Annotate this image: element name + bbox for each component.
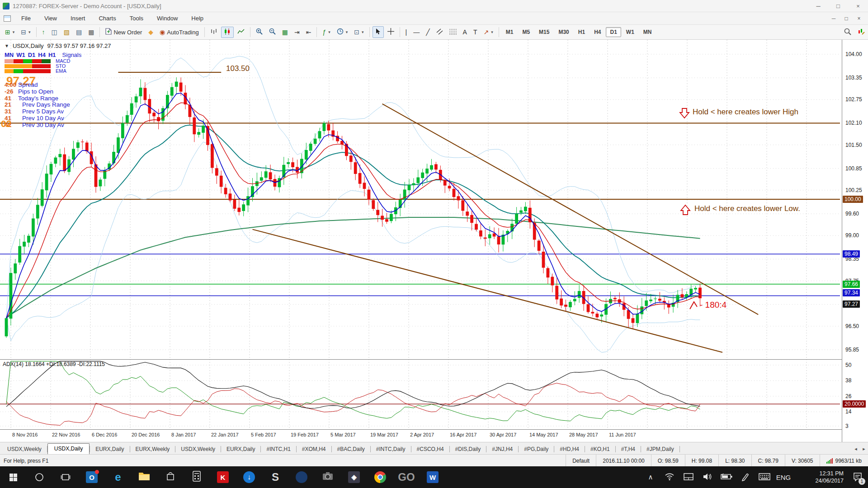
timeframe-m5-button[interactable]: M5	[518, 27, 534, 37]
taskbar-app-edge[interactable]: e	[105, 466, 131, 488]
tile-windows-button[interactable]: ▦	[279, 27, 291, 37]
minimize-button[interactable]: ─	[808, 0, 828, 11]
menu-insert[interactable]: Insert	[64, 13, 92, 23]
annotation-measure[interactable]: - 180:4	[700, 300, 726, 310]
new-order-button[interactable]: New Order	[103, 26, 145, 38]
timeframe-m1-button[interactable]: M1	[502, 27, 518, 37]
tab--csco-h4[interactable]: #CSCO,H4	[411, 444, 449, 455]
indicators-button[interactable]: ƒ▾	[320, 27, 333, 37]
profiles-button[interactable]: ⊟▾	[18, 27, 33, 37]
main-chart[interactable]	[0, 40, 842, 359]
periods-button[interactable]: ▾	[334, 26, 351, 38]
menu-tools[interactable]: Tools	[123, 13, 150, 23]
wifi-button[interactable]	[660, 466, 679, 488]
menu-view[interactable]: View	[38, 13, 64, 23]
crosshair-button[interactable]	[385, 26, 397, 38]
touch-keyboard-button[interactable]	[755, 466, 774, 488]
close-button[interactable]: ×	[848, 0, 868, 11]
timeframe-w1-button[interactable]: W1	[622, 27, 638, 37]
pane-separator[interactable]	[0, 359, 842, 360]
annotation-lower-low[interactable]: Hold < here creates lower Low.	[694, 204, 800, 213]
chart-line-button[interactable]	[235, 27, 247, 38]
taskbar-app-app-blue-arrow[interactable]: ↓	[236, 466, 262, 488]
child-minimize-button[interactable]: ─	[827, 14, 840, 23]
taskbar-app-file-explorer[interactable]	[131, 466, 157, 488]
cursor-button[interactable]	[373, 26, 384, 38]
tab--intc-daily[interactable]: #INTC,Daily	[371, 444, 411, 455]
tab--xom-h4[interactable]: #XOM,H4	[297, 444, 331, 455]
strategy-tester-button[interactable]: ▩	[85, 27, 97, 37]
action-center-button[interactable]: 1	[847, 466, 868, 488]
taskbar-app-camera-app[interactable]	[315, 466, 341, 488]
trendline-button[interactable]: ╱	[423, 27, 432, 37]
taskbar-app-app-k[interactable]: K	[210, 466, 236, 488]
tab-usdx-weekly[interactable]: USDX,Weekly	[2, 444, 47, 455]
timeframe-m30-button[interactable]: M30	[554, 27, 573, 37]
tab--dis-daily[interactable]: #DIS,Daily	[450, 444, 486, 455]
tab--intc-h1[interactable]: #INTC,H1	[261, 444, 296, 455]
adx-pane[interactable]	[0, 359, 842, 429]
tab--jnj-h4[interactable]: #JNJ,H4	[486, 444, 518, 455]
taskbar-app-app-go[interactable]: GO	[393, 466, 420, 488]
tab-eurx-daily[interactable]: EURX,Daily	[221, 444, 260, 455]
taskbar-app-app-s[interactable]: S	[262, 466, 288, 488]
timeframe-m15-button[interactable]: M15	[535, 27, 553, 37]
tab--bac-daily[interactable]: #BAC,Daily	[332, 444, 370, 455]
zoom-out-button[interactable]	[266, 26, 278, 38]
symbol-dropdown-icon[interactable]: ▼	[5, 43, 9, 48]
timeframe-h1-button[interactable]: H1	[574, 27, 589, 37]
terminal-button[interactable]: ▤	[73, 27, 85, 37]
taskbar-app-app-thunderbird[interactable]	[288, 466, 315, 488]
arrows-button[interactable]: ↗▾	[481, 27, 495, 37]
vertical-line-button[interactable]: |	[403, 27, 410, 37]
tab-eurx-weekly[interactable]: EURX,Weekly	[130, 444, 175, 455]
text-button[interactable]: A	[460, 27, 470, 37]
start-button[interactable]	[0, 466, 26, 488]
menu-help[interactable]: Help	[184, 13, 210, 23]
menu-window[interactable]: Window	[150, 13, 184, 23]
annotation-lower-high[interactable]: Hold < here creates lower High	[693, 108, 798, 117]
taskbar-app-app-photos[interactable]: ◈	[341, 466, 367, 488]
taskbar-app-chrome[interactable]	[367, 466, 393, 488]
new-chart-button[interactable]: ⊞▾	[2, 27, 17, 37]
navigator-button[interactable]: ▧	[61, 27, 72, 37]
child-restore-button[interactable]: □	[840, 14, 853, 23]
channel-button[interactable]	[434, 27, 446, 38]
taskbar-clock[interactable]: 12:31 PM24/06/2017	[793, 466, 847, 488]
menu-file[interactable]: File	[14, 13, 38, 23]
autotrading-button[interactable]: ◉AutoTrading	[157, 27, 202, 38]
taskbar-app-outlook[interactable]: O	[79, 466, 105, 488]
chart-candles-button[interactable]	[221, 27, 234, 38]
market-watch-button[interactable]: ↑	[39, 27, 48, 37]
volume-button[interactable]	[698, 466, 717, 488]
fibonacci-button[interactable]	[447, 27, 459, 38]
tab--hd-h4[interactable]: #HD,H4	[554, 444, 585, 455]
tab-usdx-weekly[interactable]: USDX,Weekly	[175, 444, 221, 455]
templates-button[interactable]: ⊡▾	[351, 27, 366, 37]
data-window-button[interactable]: ◫	[49, 27, 60, 37]
taskbar-app-word[interactable]: W	[420, 466, 446, 488]
chart-bars-button[interactable]	[208, 27, 220, 38]
tab-scroll-left-button[interactable]: ◂	[852, 446, 860, 455]
chart-shift-button[interactable]: ⇤	[303, 27, 314, 37]
tab-eurx-daily[interactable]: EURX,Daily	[90, 444, 129, 455]
annotation-103-50[interactable]: 103.50	[226, 64, 250, 73]
taskbar-app-calculator[interactable]	[184, 466, 210, 488]
child-close-button[interactable]: ×	[853, 14, 865, 23]
timeframe-d1-button[interactable]: D1	[606, 27, 621, 37]
tab--jpm-daily[interactable]: #JPM,Daily	[641, 444, 679, 455]
timeframe-mn-button[interactable]: MN	[639, 27, 656, 37]
tab--ko-h1[interactable]: #KO,H1	[585, 444, 615, 455]
tab--t-h4[interactable]: #T,H4	[616, 444, 641, 455]
tab-usdx-daily[interactable]: USDX,Daily	[47, 443, 90, 455]
search-button[interactable]	[841, 26, 854, 38]
chart-edit-button[interactable]	[855, 26, 868, 38]
language-indicator-button[interactable]: ENG	[774, 466, 793, 488]
tab-scroll-right-button[interactable]: ▸	[860, 446, 868, 455]
price-axis[interactable]: 104.00103.35102.75102.10101.50100.85100.…	[842, 40, 868, 442]
pen-button[interactable]	[736, 466, 755, 488]
maximize-button[interactable]: □	[828, 0, 848, 11]
task-view-button[interactable]	[52, 466, 79, 488]
cortana-search-button[interactable]	[26, 466, 52, 488]
tray-chevron-button[interactable]: ∧	[641, 466, 660, 488]
